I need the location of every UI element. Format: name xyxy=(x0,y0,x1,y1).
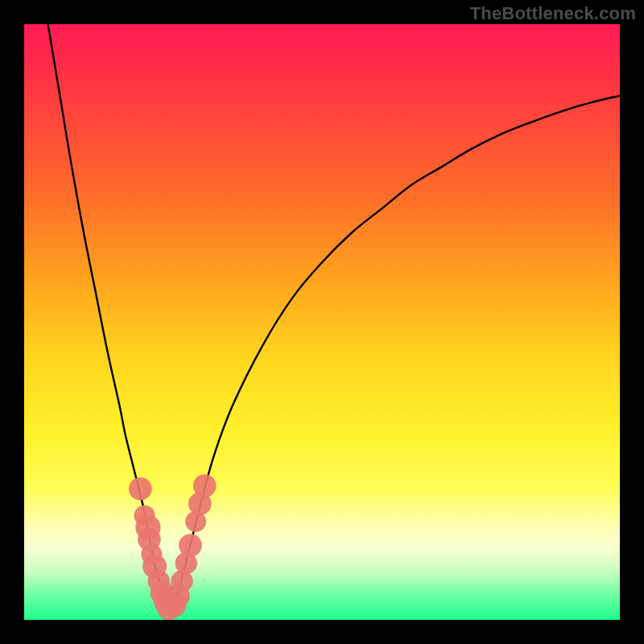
marker-point xyxy=(179,534,202,557)
curve-group xyxy=(48,24,620,614)
chart-frame: TheBottleneck.com xyxy=(0,0,644,644)
marker-group xyxy=(129,474,217,620)
chart-plot-area xyxy=(24,24,620,620)
watermark-text: TheBottleneck.com xyxy=(470,3,636,24)
marker-point xyxy=(129,477,152,501)
curve-right-branch xyxy=(170,96,620,614)
marker-point xyxy=(193,474,217,497)
chart-svg xyxy=(24,24,620,620)
